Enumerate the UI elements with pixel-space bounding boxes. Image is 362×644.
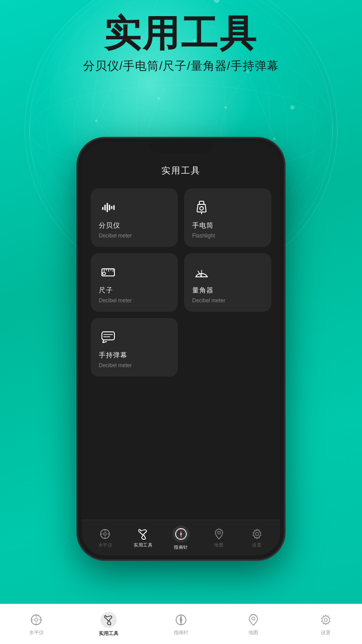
svg-point-58: [104, 533, 106, 535]
danmu-name-en: Decibel meter: [99, 362, 170, 369]
bar-item-settings[interactable]: 设置: [290, 613, 362, 636]
tools-nav-label: 实用工具: [134, 542, 152, 548]
bar-compass-icon: [174, 613, 188, 627]
svg-line-24: [248, 72, 275, 139]
bar-item-map[interactable]: 地图: [217, 613, 290, 636]
nav-item-settings[interactable]: 设置: [238, 528, 276, 548]
svg-rect-39: [199, 201, 204, 204]
bar-map-icon: [246, 613, 261, 627]
svg-marker-77: [181, 616, 182, 620]
decibel-name-cn: 分贝仪: [99, 221, 170, 230]
tool-card-decibel[interactable]: 分贝仪 Decibel meter: [91, 188, 178, 247]
bar-item-tools[interactable]: 实用工具: [72, 612, 145, 637]
level-nav-icon: [99, 528, 111, 540]
settings-nav-icon: [251, 528, 263, 540]
bottom-app-bar: 水平仪 实用工具 指南针 地图: [0, 604, 362, 644]
bar-settings-label: 设置: [321, 629, 331, 636]
bar-compass-label: 指南针: [174, 629, 189, 636]
phone-notch: [150, 139, 212, 153]
header-section: 实用工具 分贝仪/手电筒/尺子/量角器/手持弹幕: [0, 13, 362, 74]
protractor-name-en: Decibel meter: [192, 297, 263, 304]
svg-marker-78: [181, 620, 182, 624]
nav-item-tools[interactable]: 实用工具: [124, 528, 162, 548]
svg-point-79: [252, 617, 255, 620]
bar-level-label: 水平仪: [29, 629, 44, 636]
bar-item-level[interactable]: 水平仪: [0, 613, 72, 636]
phone-outer: 实用工具: [78, 139, 284, 559]
tool-card-danmu[interactable]: 手持弹幕 Decibel meter: [91, 318, 178, 377]
ruler-icon: [99, 263, 118, 282]
svg-point-40: [200, 207, 203, 210]
bar-tools-icon-wrap: [101, 612, 117, 628]
main-title: 实用工具: [0, 13, 362, 54]
nav-item-compass[interactable]: 指南针: [162, 525, 200, 551]
sub-title: 分贝仪/手电筒/尺子/量角器/手持弹幕: [0, 58, 362, 74]
danmu-name-cn: 手持弹幕: [99, 351, 170, 360]
svg-point-67: [218, 531, 220, 534]
map-nav-icon: [213, 528, 225, 540]
tool-card-protractor[interactable]: 量角器 Decibel meter: [184, 253, 271, 312]
svg-point-68: [255, 532, 258, 535]
bar-map-label: 地图: [248, 629, 258, 636]
flashlight-name-en: Flashlight: [192, 233, 263, 239]
bar-level-icon: [29, 613, 43, 627]
flashlight-name-cn: 手电筒: [192, 221, 263, 230]
protractor-name-cn: 量角器: [192, 286, 263, 295]
decibel-icon: [99, 198, 118, 217]
svg-line-23: [226, 72, 248, 107]
map-nav-label: 地图: [214, 542, 223, 548]
tool-grid: 分贝仪 Decibel meter 手电筒: [82, 184, 280, 520]
nav-item-level[interactable]: 水平仪: [86, 528, 124, 548]
phone-mockup: 实用工具: [78, 139, 284, 559]
phone-screen: 实用工具: [82, 142, 280, 555]
ruler-name-en: Decibel meter: [99, 297, 170, 304]
ruler-name-cn: 尺子: [99, 286, 170, 295]
phone-bottom-nav: 水平仪 实用工具: [82, 520, 280, 555]
bar-item-compass[interactable]: 指南针: [145, 613, 217, 636]
svg-rect-48: [103, 272, 105, 275]
svg-point-70: [35, 618, 38, 621]
svg-point-31: [214, 0, 219, 3]
settings-nav-label: 设置: [252, 542, 261, 548]
bar-settings-icon: [319, 613, 333, 627]
nav-item-map[interactable]: 地图: [200, 528, 238, 548]
danmu-icon: [99, 328, 118, 347]
svg-point-80: [324, 618, 328, 621]
tools-nav-icon: [137, 528, 149, 540]
level-nav-label: 水平仪: [98, 542, 113, 548]
svg-point-32: [290, 105, 295, 110]
screen-title: 实用工具: [91, 165, 271, 177]
bar-tools-label: 实用工具: [99, 630, 118, 637]
decibel-name-en: Decibel meter: [99, 233, 170, 239]
tool-card-flashlight[interactable]: 手电筒 Flashlight: [184, 188, 271, 247]
tool-card-ruler[interactable]: 尺子 Decibel meter: [91, 253, 178, 312]
flashlight-icon: [192, 198, 211, 217]
svg-rect-54: [102, 332, 114, 340]
compass-nav-label: 指南针: [174, 544, 188, 551]
compass-nav-icon-wrap: [173, 525, 189, 542]
protractor-icon: [192, 263, 211, 282]
